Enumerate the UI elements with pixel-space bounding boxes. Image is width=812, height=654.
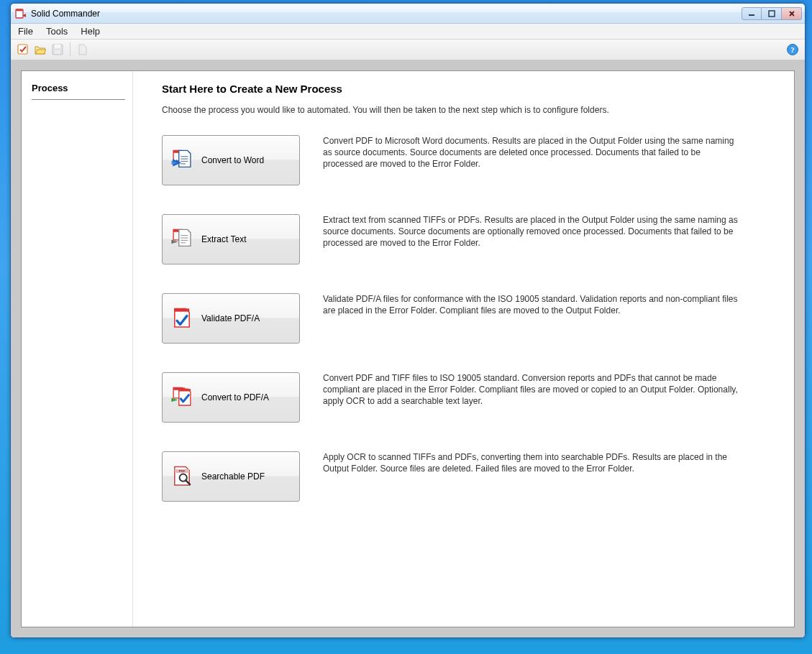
main-pane: Start Here to Create a New Process Choos… — [133, 71, 794, 627]
extract-text-desc: Extract text from scanned TIFFs or PDFs.… — [323, 214, 740, 249]
svg-rect-1 — [17, 9, 23, 11]
svg-rect-13 — [181, 161, 188, 162]
convert-to-pdfa-button[interactable]: Convert to PDF/A — [162, 372, 300, 423]
process-row-searchable-pdf: PDF Searchable PDF Apply OCR to scanned … — [162, 451, 772, 502]
open-folder-icon[interactable] — [34, 43, 47, 56]
svg-rect-24 — [175, 308, 189, 311]
process-row-convert-to-word: Convert to Word Convert PDF to Microsoft… — [162, 135, 772, 185]
convert-to-pdfa-label: Convert to PDF/A — [201, 392, 269, 402]
validate-pdfa-desc: Validate PDF/A files for conformance wit… — [323, 293, 740, 316]
convert-to-pdfa-icon — [170, 385, 194, 410]
page-heading: Start Here to Create a New Process — [162, 83, 772, 95]
svg-rect-11 — [181, 156, 188, 157]
searchable-pdf-icon: PDF — [170, 464, 194, 489]
minimize-button[interactable] — [742, 7, 762, 20]
svg-rect-6 — [55, 45, 60, 48]
svg-rect-3 — [769, 11, 775, 17]
validate-pdfa-label: Validate PDF/A — [201, 313, 260, 323]
sidebar-tab-process[interactable]: Process — [32, 80, 125, 100]
svg-rect-19 — [181, 237, 188, 238]
validate-pdfa-button[interactable]: Validate PDF/A — [162, 293, 300, 344]
svg-text:PDF: PDF — [179, 469, 186, 473]
svg-rect-4 — [18, 45, 27, 54]
window-controls — [742, 7, 802, 20]
window-title: Solid Commander — [31, 9, 742, 19]
convert-to-word-label: Convert to Word — [201, 155, 264, 165]
process-row-extract-text: Extract Text Extract text from scanned T… — [162, 214, 772, 264]
svg-text:?: ? — [790, 45, 795, 54]
toolbar-separator — [70, 42, 70, 57]
svg-rect-2 — [749, 14, 754, 16]
searchable-pdf-label: Searchable PDF — [201, 471, 265, 482]
extract-text-label: Extract Text — [201, 234, 246, 244]
maximize-button[interactable] — [762, 7, 782, 20]
process-row-validate-pdfa: Validate PDF/A Validate PDF/A files for … — [162, 293, 772, 344]
app-icon — [15, 8, 27, 19]
validate-pdfa-icon — [170, 306, 194, 331]
convert-to-word-desc: Convert PDF to Microsoft Word documents.… — [323, 135, 740, 170]
app-window: Solid Commander File Tools Help — [10, 3, 806, 638]
extract-text-button[interactable]: Extract Text — [162, 214, 300, 264]
convert-to-pdfa-desc: Convert PDF and TIFF files to ISO 19005 … — [323, 372, 740, 407]
content-panel: Process Start Here to Create a New Proce… — [21, 70, 795, 627]
menu-help[interactable]: Help — [81, 26, 100, 37]
convert-to-word-icon — [170, 148, 194, 172]
extract-text-icon — [170, 227, 194, 252]
menubar: File Tools Help — [11, 24, 805, 40]
sidebar: Process — [22, 71, 133, 627]
menu-tools[interactable]: Tools — [46, 26, 68, 37]
svg-rect-7 — [55, 50, 60, 54]
titlebar: Solid Commander — [11, 4, 805, 24]
svg-rect-21 — [181, 242, 186, 243]
svg-rect-12 — [181, 158, 188, 159]
save-icon[interactable] — [51, 43, 64, 56]
svg-rect-26 — [179, 389, 191, 391]
client-area: Process Start Here to Create a New Proce… — [11, 60, 805, 637]
document-icon[interactable] — [76, 43, 89, 56]
help-icon[interactable]: ? — [786, 43, 799, 56]
svg-rect-20 — [181, 240, 188, 241]
close-button[interactable] — [782, 7, 802, 20]
process-row-convert-pdfa: Convert to PDF/A Convert PDF and TIFF fi… — [162, 372, 772, 423]
toolbar: ? — [11, 40, 805, 60]
convert-to-word-button[interactable]: Convert to Word — [162, 135, 300, 185]
searchable-pdf-button[interactable]: PDF Searchable PDF — [162, 451, 300, 502]
svg-rect-18 — [181, 235, 188, 236]
searchable-pdf-desc: Apply OCR to scanned TIFFs and PDFs, con… — [323, 451, 740, 474]
new-process-icon[interactable] — [17, 43, 29, 56]
menu-file[interactable]: File — [18, 26, 33, 37]
intro-text: Choose the process you would like to aut… — [162, 105, 772, 115]
svg-rect-14 — [181, 163, 186, 164]
